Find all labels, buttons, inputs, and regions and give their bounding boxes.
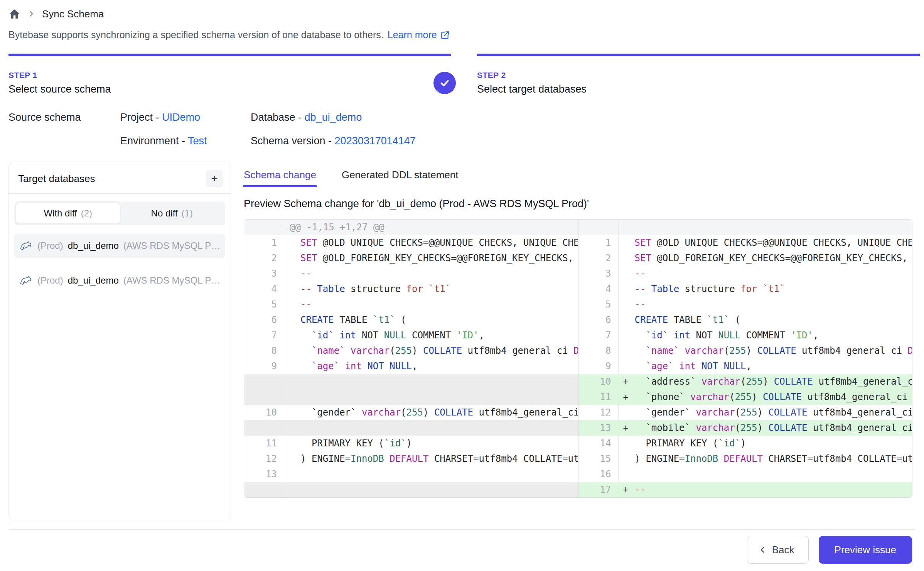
database-label: Database - bbox=[251, 111, 305, 123]
diff-row: 2SET @OLD_FOREIGN_KEY_CHECKS=@@FOREIGN_K… bbox=[578, 250, 912, 266]
diff-row: 4-- Table structure for `t1` bbox=[244, 281, 578, 297]
diff-row: 8 `name` varchar(255) COLLATE utf8mb4_ge… bbox=[244, 343, 578, 358]
code-line: CREATE TABLE `t1` ( bbox=[634, 312, 912, 328]
footer-divider bbox=[8, 529, 916, 530]
project-label: Project - bbox=[120, 111, 162, 123]
diff-row: 3-- bbox=[578, 266, 912, 281]
diff-row: 9 `age` int NOT NULL, bbox=[578, 358, 912, 374]
line-number: 15 bbox=[578, 451, 619, 466]
database-list-item[interactable]: (Prod) db_ui_demo (AWS RDS MySQL Prod) bbox=[14, 234, 225, 258]
diff-row bbox=[244, 482, 578, 497]
diff-marker bbox=[284, 374, 300, 389]
line-number: 3 bbox=[244, 266, 284, 281]
line-number: 10 bbox=[244, 405, 284, 420]
database-instance: (AWS RDS MySQL Prod) bbox=[123, 275, 221, 286]
diff-marker: + bbox=[619, 374, 634, 389]
diff-pane-target: 1SET @OLD_UNIQUE_CHECKS=@@UNIQUE_CHECKS,… bbox=[578, 220, 912, 497]
tab-generated-ddl[interactable]: Generated DDL statement bbox=[342, 169, 459, 187]
database-environment: (Prod) bbox=[37, 275, 63, 286]
home-icon[interactable] bbox=[8, 8, 20, 20]
diff-marker bbox=[284, 436, 300, 451]
line-number: 8 bbox=[578, 343, 619, 358]
diff-row: 6CREATE TABLE `t1` ( bbox=[578, 312, 912, 328]
learn-more-link[interactable]: Learn more bbox=[388, 29, 450, 41]
code-line: `id` int NOT NULL COMMENT 'ID', bbox=[634, 328, 912, 343]
diff-row: 1SET @OLD_UNIQUE_CHECKS=@@UNIQUE_CHECKS,… bbox=[244, 235, 578, 250]
diff-row: 12 `gender` varchar(255) COLLATE utf8mb4… bbox=[578, 405, 912, 420]
line-number bbox=[244, 420, 284, 436]
diff-marker bbox=[619, 297, 634, 312]
code-line: ) ENGINE=InnoDB DEFAULT CHARSET=utf8mb4 … bbox=[634, 451, 912, 466]
schema-diff-viewer[interactable]: @@ -1,15 +1,27 @@1SET @OLD_UNIQUE_CHECKS… bbox=[244, 219, 912, 498]
database-link[interactable]: db_ui_demo bbox=[305, 111, 362, 123]
diff-row: @@ -1,15 +1,27 @@ bbox=[244, 220, 578, 235]
line-number: 2 bbox=[244, 250, 284, 266]
line-number: 6 bbox=[578, 312, 619, 328]
step-1-label: STEP 1 bbox=[8, 71, 111, 80]
code-line: SET @OLD_UNIQUE_CHECKS=@@UNIQUE_CHECKS, … bbox=[300, 235, 578, 250]
code-line: `gender` varchar(255) COLLATE utf8mb4_ge… bbox=[634, 405, 912, 420]
diff-row: 3-- bbox=[244, 266, 578, 281]
diff-row: 12) ENGINE=InnoDB DEFAULT CHARSET=utf8mb… bbox=[244, 451, 578, 466]
tab-with-diff-label: With diff bbox=[44, 208, 77, 219]
line-number: 16 bbox=[578, 466, 619, 482]
tab-schema-change[interactable]: Schema change bbox=[244, 169, 316, 187]
tab-no-diff[interactable]: No diff (1) bbox=[120, 203, 224, 224]
diff-marker bbox=[284, 343, 300, 358]
code-line: PRIMARY KEY (`id`) bbox=[634, 436, 912, 451]
diff-marker bbox=[284, 451, 300, 466]
code-line: `gender` varchar(255) COLLATE utf8mb4_ge… bbox=[300, 405, 578, 420]
tab-with-diff[interactable]: With diff (2) bbox=[16, 203, 120, 224]
tab-with-diff-count: (2) bbox=[81, 208, 92, 219]
code-line: `age` int NOT NULL, bbox=[300, 358, 578, 374]
mysql-icon bbox=[19, 239, 33, 253]
diff-row: 14 PRIMARY KEY (`id`) bbox=[578, 436, 912, 451]
code-line bbox=[300, 482, 578, 497]
database-environment: (Prod) bbox=[37, 240, 63, 251]
step-1-title: Select source schema bbox=[8, 83, 111, 95]
line-number: 3 bbox=[578, 266, 619, 281]
diff-marker bbox=[619, 466, 634, 482]
diff-marker bbox=[619, 436, 634, 451]
line-number bbox=[244, 220, 284, 235]
code-line bbox=[300, 420, 578, 436]
source-schema-version-field: Schema version - 20230317014147 bbox=[251, 135, 924, 147]
diff-marker bbox=[619, 312, 634, 328]
code-line: `age` int NOT NULL, bbox=[634, 358, 912, 374]
diff-marker bbox=[619, 235, 634, 250]
schema-version-link[interactable]: 20230317014147 bbox=[335, 135, 416, 147]
schema-version-label: Schema version - bbox=[251, 135, 335, 147]
step-2-label: STEP 2 bbox=[477, 71, 587, 80]
footer-actions: Back Preview issue bbox=[0, 536, 924, 564]
source-database-field: Database - db_ui_demo bbox=[251, 111, 924, 123]
source-project-field: Project - UIDemo bbox=[120, 111, 251, 123]
diff-marker: + bbox=[619, 482, 634, 497]
line-number: 5 bbox=[578, 297, 619, 312]
diff-marker bbox=[619, 358, 634, 374]
diff-row: 10 `gender` varchar(255) COLLATE utf8mb4… bbox=[244, 405, 578, 420]
diff-row bbox=[244, 374, 578, 389]
line-number: 4 bbox=[244, 281, 284, 297]
diff-row: 16 bbox=[578, 466, 912, 482]
code-line: SET @OLD_FOREIGN_KEY_CHECKS=@@FOREIGN_KE… bbox=[634, 250, 912, 266]
diff-marker bbox=[284, 297, 300, 312]
source-environment-field: Environment - Test bbox=[120, 135, 251, 147]
line-number: 11 bbox=[244, 436, 284, 451]
diff-row bbox=[578, 220, 912, 235]
code-line: -- bbox=[634, 297, 912, 312]
code-line bbox=[300, 389, 578, 405]
diff-row: 10+ `address` varchar(255) COLLATE utf8m… bbox=[578, 374, 912, 389]
project-link[interactable]: UIDemo bbox=[162, 111, 200, 123]
diff-row: 13 bbox=[244, 466, 578, 482]
add-target-database-button[interactable]: + bbox=[206, 170, 223, 187]
step-complete-check-icon bbox=[433, 72, 456, 94]
preview-issue-button[interactable]: Preview issue bbox=[819, 536, 912, 564]
source-schema-summary: Source schema Project - UIDemo Database … bbox=[0, 111, 924, 147]
code-line: `name` varchar(255) COLLATE utf8mb4_gene… bbox=[634, 343, 912, 358]
diff-row: 9 `age` int NOT NULL, bbox=[244, 358, 578, 374]
database-list-item[interactable]: (Prod) db_ui_demo (AWS RDS MySQL Prod) bbox=[14, 269, 225, 292]
environment-link[interactable]: Test bbox=[188, 135, 207, 147]
diff-marker bbox=[619, 451, 634, 466]
diff-marker bbox=[284, 235, 300, 250]
back-button[interactable]: Back bbox=[747, 536, 809, 564]
